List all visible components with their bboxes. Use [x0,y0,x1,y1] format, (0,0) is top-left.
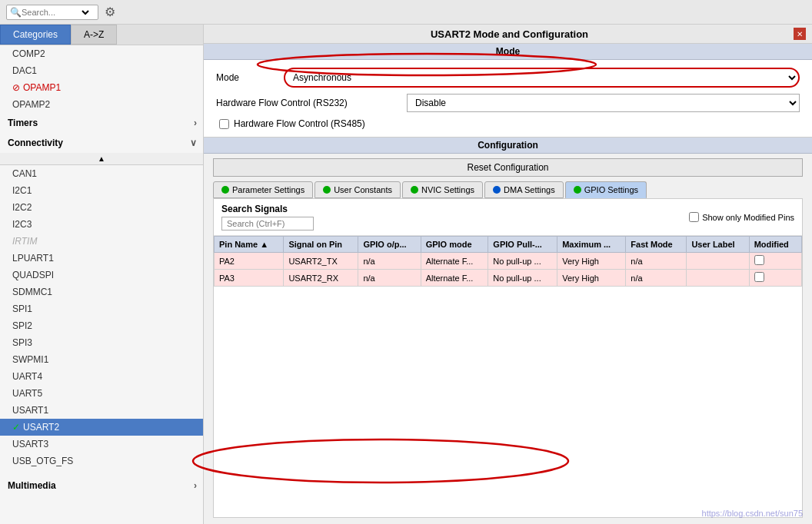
tab-gpio-settings[interactable]: GPIO Settings [565,181,647,198]
mode-form: Mode Asynchronous Hardware Flow Control … [204,60,812,137]
sidebar-tabs: Categories A->Z [0,25,203,45]
th-modified[interactable]: Modified [749,237,801,253]
table-row: PA3 USART2_RX n/a Alternate F... No pull… [215,270,802,287]
reset-configuration-button[interactable]: Reset Configuration [213,158,803,177]
mode-section: Mode Mode Asynchronous Hardware Flow Con… [204,44,812,138]
sidebar-item-opamp2[interactable]: OPAMP2 [0,96,203,113]
scroll-up-indicator[interactable]: ▲ [0,153,203,165]
timers-label: Timers [8,118,38,128]
search-icon: 🔍 [10,7,22,18]
show-modified-row: Show only Modified Pins [689,212,794,222]
table-row: PA2 USART2_TX n/a Alternate F... No pull… [215,253,802,270]
cell-signal: USART2_TX [284,253,358,270]
gpio-table: Pin Name ▲ Signal on Pin GPIO o/p... GPI… [214,236,802,517]
th-fast-mode[interactable]: Fast Mode [626,237,687,253]
timers-expand-icon: › [194,118,197,128]
gpio-toolbar: Search Signals Show only Modified Pins [214,199,802,236]
sidebar-item-i2c3[interactable]: I2C3 [0,216,203,233]
table-header-row: Pin Name ▲ Signal on Pin GPIO o/p... GPI… [215,237,802,253]
section-connectivity[interactable]: Connectivity ∨ [0,133,203,153]
opamp1-check-icon: ⊘ [12,82,20,93]
tab-categories[interactable]: Categories [0,25,71,45]
window-title-text: USART2 Mode and Configuration [431,28,588,40]
sidebar-item-uart5[interactable]: UART5 [0,385,203,402]
sidebar-item-swpmi1[interactable]: SWPMI1 [0,351,203,368]
tab-parameter-settings[interactable]: Parameter Settings [213,181,313,198]
search-dropdown[interactable]: ▼ [79,7,92,18]
sidebar-item-spi1[interactable]: SPI1 [0,300,203,317]
th-user-label[interactable]: User Label [687,237,749,253]
th-gpio-mode[interactable]: GPIO mode [421,237,488,253]
configuration-section-label: Configuration [204,138,812,154]
configuration-tabs: Parameter Settings User Constants NVIC S… [204,181,812,198]
show-modified-label: Show only Modified Pins [702,213,794,222]
sidebar-item-spi2[interactable]: SPI2 [0,317,203,334]
th-signal-on-pin[interactable]: Signal on Pin [284,237,358,253]
sidebar-item-lpuart1[interactable]: LPUART1 [0,250,203,267]
search-box[interactable]: 🔍 ▼ [6,5,98,20]
sidebar-item-sdmmc1[interactable]: SDMMC1 [0,284,203,300]
configuration-section: Configuration Reset Configuration Parame… [204,138,812,524]
sidebar-item-quadspi[interactable]: QUADSPI [0,267,203,284]
section-timers[interactable]: Timers › [0,113,203,133]
cell-gpio-out: n/a [358,253,421,270]
gpio-settings-dot [574,186,581,194]
sidebar-item-dac1[interactable]: DAC1 [0,62,203,79]
cell-fast-mode: n/a [626,253,687,270]
tab-nvic-settings[interactable]: NVIC Settings [402,181,483,198]
search-signals-area: Search Signals [221,204,314,230]
sidebar-item-irtim[interactable]: IRTIM [0,233,203,250]
sidebar-item-comp2[interactable]: COMP2 [0,45,203,62]
hw-flow-rs232-select[interactable]: Disable [407,94,800,112]
cell-modified [749,253,801,270]
th-pin-name[interactable]: Pin Name ▲ [215,237,284,253]
mode-label: Mode [216,72,278,83]
sidebar-item-opamp1[interactable]: ⊘ OPAMP1 [0,79,203,96]
connectivity-collapse-icon: ∨ [190,138,197,148]
show-modified-checkbox[interactable] [689,212,699,222]
gpio-search-input[interactable] [221,217,314,230]
hw-flow-rs232-label: Hardware Flow Control (RS232) [216,98,401,108]
tab-user-constants[interactable]: User Constants [314,181,401,198]
close-button[interactable]: ✕ [794,28,806,40]
tab-dma-settings[interactable]: DMA Settings [484,181,564,198]
cell-signal: USART2_RX [284,270,358,287]
hw-flow-rs232-row: Hardware Flow Control (RS232) Disable [216,94,800,112]
row-modified-checkbox[interactable] [754,255,764,265]
cell-gpio-pull: No pull-up ... [488,253,557,270]
sidebar-item-uart4[interactable]: UART4 [0,368,203,385]
gpio-table-body: PA2 USART2_TX n/a Alternate F... No pull… [215,253,802,287]
search-input[interactable] [22,8,79,17]
gpio-signals-table: Pin Name ▲ Signal on Pin GPIO o/p... GPI… [214,236,802,287]
rs485-checkbox[interactable] [219,119,229,129]
sidebar-item-i2c2[interactable]: I2C2 [0,199,203,216]
sidebar-item-usart1[interactable]: USART1 [0,402,203,419]
watermark: https://blog.csdn.net/sun75 [702,509,803,518]
user-constants-dot [323,186,331,194]
multimedia-expand-icon: › [194,480,197,491]
cell-maximum: Very High [557,253,626,270]
th-gpio-pull[interactable]: GPIO Pull-... [488,237,557,253]
sidebar-item-usb-otg-fs[interactable]: USB_OTG_FS [0,453,203,469]
gpio-panel: Search Signals Show only Modified Pins [213,198,803,518]
cell-gpio-mode: Alternate F... [421,270,488,287]
cell-pin-name: PA3 [215,270,284,287]
sidebar-item-usart3[interactable]: USART3 [0,436,203,453]
row-modified-checkbox[interactable] [754,272,764,282]
sidebar-item-usart2[interactable]: ✓ USART2 [0,419,203,436]
gpio-settings-label: GPIO Settings [584,185,638,194]
nvic-settings-dot [411,186,418,194]
sidebar-item-can1[interactable]: CAN1 [0,165,203,182]
section-multimedia[interactable]: Multimedia › [0,476,203,496]
tab-az[interactable]: A->Z [71,25,117,45]
mode-select[interactable]: Asynchronous [284,68,800,88]
rs485-label: Hardware Flow Control (RS485) [234,118,365,129]
th-maximum[interactable]: Maximum ... [557,237,626,253]
top-toolbar: 🔍 ▼ ⚙ [0,0,812,25]
cell-gpio-pull: No pull-up ... [488,270,557,287]
th-gpio-output[interactable]: GPIO o/p... [358,237,421,253]
mode-row: Mode Asynchronous [216,68,800,88]
sidebar-item-i2c1[interactable]: I2C1 [0,182,203,199]
gear-button[interactable]: ⚙ [105,5,115,19]
sidebar-item-spi3[interactable]: SPI3 [0,334,203,351]
